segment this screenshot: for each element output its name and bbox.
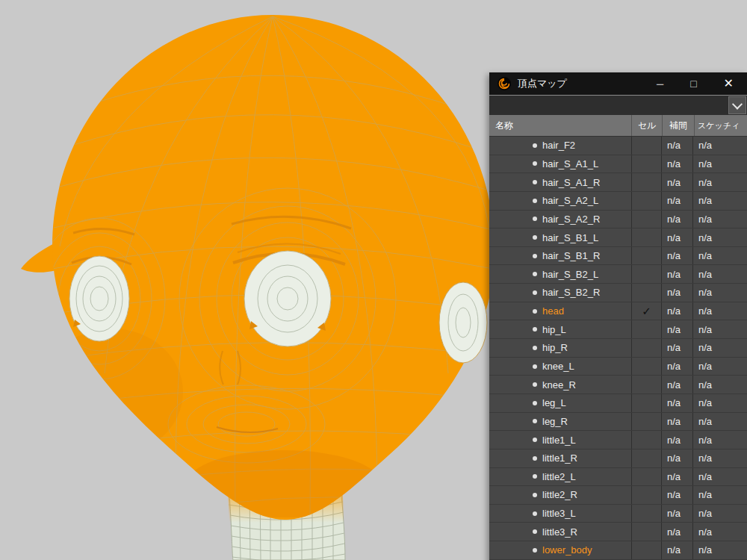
- interp-value: n/a: [661, 431, 692, 449]
- sketch-value: n/a: [692, 320, 747, 338]
- map-name-label: hair_F2: [542, 140, 575, 151]
- cell-flag[interactable]: ✓: [631, 302, 661, 320]
- map-name-label: hair_S_A2_L: [542, 195, 598, 206]
- maximize-button[interactable]: □: [690, 78, 696, 89]
- table-row[interactable]: hair_S_A1_L n/a n/a: [489, 155, 747, 174]
- bullet-icon: [533, 364, 537, 369]
- cell-flag[interactable]: [631, 137, 661, 155]
- cell-flag[interactable]: [631, 394, 661, 412]
- cell-flag[interactable]: [631, 228, 661, 246]
- cell-flag[interactable]: [631, 358, 661, 376]
- map-name-label: little3_L: [542, 508, 576, 519]
- table-row[interactable]: hair_S_B1_L n/a n/a: [489, 228, 747, 247]
- cell-flag[interactable]: [631, 449, 661, 467]
- sketch-value: n/a: [692, 339, 747, 357]
- table-row[interactable]: lower_body n/a n/a: [489, 541, 747, 560]
- cell-flag[interactable]: [631, 320, 661, 338]
- table-row[interactable]: leg_R n/a n/a: [489, 413, 747, 432]
- bullet-icon: [533, 254, 537, 258]
- map-name-label: little2_L: [542, 471, 576, 482]
- column-header-interp[interactable]: 補間: [662, 115, 694, 136]
- sketch-value: n/a: [692, 523, 747, 541]
- table-row[interactable]: hip_L n/a n/a: [489, 320, 747, 339]
- cell-flag[interactable]: [631, 247, 661, 265]
- column-header-sketch[interactable]: スケッチィ: [694, 115, 747, 136]
- table-row[interactable]: little3_R n/a n/a: [489, 523, 747, 541]
- table-row[interactable]: head ✓ n/a n/a: [489, 302, 747, 321]
- cell-flag[interactable]: [631, 376, 661, 393]
- cell-flag[interactable]: [631, 468, 661, 486]
- table-row[interactable]: hair_S_A2_L n/a n/a: [489, 192, 747, 211]
- table-row[interactable]: knee_L n/a n/a: [489, 358, 747, 376]
- bullet-icon: [533, 309, 537, 314]
- titlebar[interactable]: 頂点マップ ─ □ ✕: [489, 72, 747, 96]
- interp-value: n/a: [661, 505, 692, 523]
- table-row[interactable]: hair_S_A2_R n/a n/a: [489, 211, 747, 229]
- sketch-value: n/a: [692, 394, 747, 412]
- interp-value: n/a: [661, 376, 692, 393]
- table-row[interactable]: hair_S_B2_R n/a n/a: [489, 284, 747, 302]
- sketch-value: n/a: [692, 449, 747, 467]
- map-name-label: head: [542, 305, 564, 317]
- map-name-label: little3_R: [542, 526, 577, 538]
- cell-flag[interactable]: [631, 523, 661, 541]
- bullet-icon: [533, 419, 537, 423]
- column-header-name[interactable]: 名称: [489, 115, 631, 136]
- table-row[interactable]: hair_F2 n/a n/a: [489, 137, 747, 155]
- interp-value: n/a: [661, 265, 692, 283]
- table-row[interactable]: leg_L n/a n/a: [489, 394, 747, 413]
- sketch-value: n/a: [692, 247, 747, 265]
- minimize-button[interactable]: ─: [657, 79, 663, 89]
- sketch-value: n/a: [692, 431, 747, 449]
- table-row[interactable]: hair_S_B1_R n/a n/a: [489, 247, 747, 266]
- bullet-icon: [533, 290, 537, 295]
- bullet-icon: [533, 438, 537, 442]
- table-row[interactable]: little2_L n/a n/a: [489, 468, 747, 487]
- table-row[interactable]: little1_R n/a n/a: [489, 449, 747, 468]
- cell-flag[interactable]: [631, 173, 661, 191]
- close-button[interactable]: ✕: [724, 78, 734, 90]
- table-row[interactable]: hair_S_B2_L n/a n/a: [489, 265, 747, 284]
- cell-flag[interactable]: [631, 192, 661, 210]
- table-row[interactable]: knee_R n/a n/a: [489, 376, 747, 394]
- cell-flag[interactable]: [631, 211, 661, 228]
- interp-value: n/a: [661, 211, 692, 228]
- map-name-label: hair_S_A2_R: [542, 214, 600, 225]
- cell-flag[interactable]: [631, 265, 661, 283]
- cell-flag[interactable]: [631, 431, 661, 449]
- chevron-down-icon[interactable]: [728, 96, 746, 114]
- table-row[interactable]: hip_R n/a n/a: [489, 339, 747, 358]
- interp-value: n/a: [661, 413, 692, 431]
- table-row[interactable]: little3_L n/a n/a: [489, 505, 747, 523]
- cell-flag[interactable]: [631, 155, 661, 173]
- interp-value: n/a: [661, 541, 692, 559]
- interp-value: n/a: [661, 523, 692, 541]
- cell-flag[interactable]: [631, 284, 661, 302]
- sketch-value: n/a: [692, 284, 747, 302]
- cell-flag[interactable]: [631, 505, 661, 523]
- map-name-label: hip_L: [542, 324, 566, 335]
- cell-flag[interactable]: [631, 413, 661, 431]
- cell-flag[interactable]: [631, 339, 661, 357]
- sketch-value: n/a: [692, 265, 747, 283]
- table-row[interactable]: little2_R n/a n/a: [489, 486, 747, 505]
- interp-value: n/a: [661, 449, 692, 467]
- table-row[interactable]: hair_S_A1_R n/a n/a: [489, 173, 747, 192]
- eye-left: [69, 256, 129, 341]
- interp-value: n/a: [661, 394, 692, 412]
- bullet-icon: [533, 180, 537, 184]
- cell-flag[interactable]: [631, 541, 661, 559]
- bullet-icon: [533, 474, 537, 479]
- column-header-cell[interactable]: セル: [631, 115, 662, 136]
- sketch-value: n/a: [692, 376, 747, 393]
- map-name-label: hair_S_A1_R: [542, 177, 600, 188]
- bullet-icon: [533, 235, 537, 240]
- bullet-icon: [533, 529, 537, 534]
- table-row[interactable]: little1_L n/a n/a: [489, 431, 747, 449]
- cell-flag[interactable]: [631, 486, 661, 504]
- sketch-value: n/a: [692, 486, 747, 504]
- bullet-icon: [533, 199, 537, 203]
- sketch-value: n/a: [692, 211, 747, 228]
- map-name-label: leg_L: [542, 397, 566, 408]
- map-name-label: hair_S_B2_R: [542, 287, 600, 298]
